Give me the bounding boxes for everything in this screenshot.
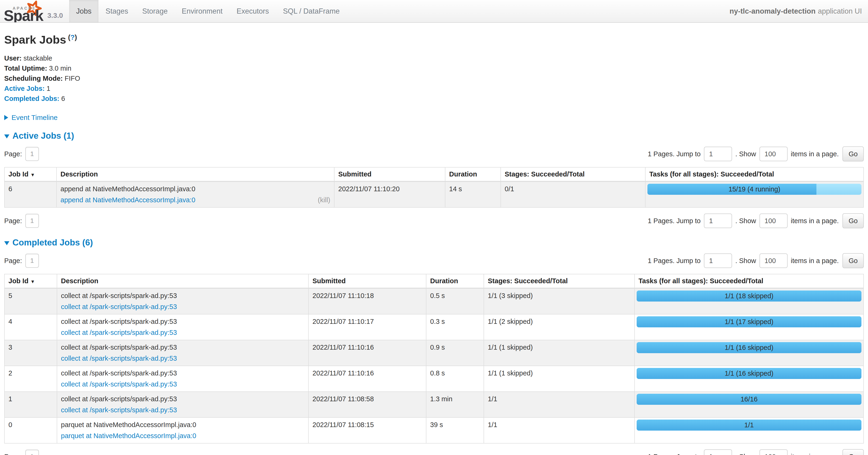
description-cell: parquet at NativeMethodAccessorImpl.java…: [57, 418, 308, 443]
description-link[interactable]: collect at /spark-scripts/spark-ad.py:53: [61, 354, 177, 362]
summary-active-jobs: Active Jobs: 1: [4, 84, 864, 94]
job-id-cell: 5: [4, 288, 57, 314]
submitted-cell: 2022/11/07 11:10:16: [308, 366, 426, 392]
show-text: . Show: [735, 453, 756, 455]
description-text: append at NativeMethodAccessorImpl.java:…: [60, 185, 330, 193]
submitted-cell: 2022/11/07 11:10:18: [308, 288, 426, 314]
pager-controls: 1 Pages. Jump to . Show items in a page.…: [648, 213, 864, 228]
active-jobs-section-header[interactable]: Active Jobs (1): [4, 131, 864, 141]
page-label: Page:: [4, 217, 22, 225]
description-cell: append at NativeMethodAccessorImpl.java:…: [57, 181, 334, 207]
event-timeline-toggle[interactable]: Event Timeline: [4, 114, 864, 121]
column-submitted[interactable]: Submitted: [308, 274, 426, 288]
kill-link[interactable]: (kill): [318, 196, 330, 204]
go-button[interactable]: Go: [842, 253, 864, 268]
stages-cell: 1/1 (1 skipped): [484, 366, 634, 392]
page-number-box[interactable]: 1: [25, 254, 39, 268]
summary-uptime-value: 3.0 min: [49, 64, 71, 72]
summary-scheduling-value: FIFO: [65, 75, 80, 82]
description-link[interactable]: collect at /spark-scripts/spark-ad.py:53: [61, 380, 177, 388]
description-cell: collect at /spark-scripts/spark-ad.py:53…: [57, 314, 308, 340]
jump-to-input[interactable]: [704, 214, 732, 228]
task-progress-bar: 1/1 (16 skipped): [637, 368, 862, 379]
column-description[interactable]: Description: [57, 274, 308, 288]
submitted-cell: 2022/11/07 11:08:58: [308, 392, 426, 418]
completed-jobs-header-row: Job Id▼ Description Submitted Duration S…: [4, 274, 864, 288]
page-size-input[interactable]: [760, 147, 787, 161]
spark-logo[interactable]: APACHE Spark 3.3.0: [0, 0, 63, 22]
page-control: Page: 1: [4, 450, 39, 455]
column-duration[interactable]: Duration: [426, 274, 484, 288]
column-stages[interactable]: Stages: Succeeded/Total: [501, 167, 645, 181]
tab-jobs[interactable]: Jobs: [69, 0, 98, 22]
task-progress-bar: 15/19 (4 running): [647, 184, 862, 195]
column-tasks[interactable]: Tasks (for all stages): Succeeded/Total: [645, 167, 864, 181]
tab-executors[interactable]: Executors: [229, 0, 276, 22]
go-button[interactable]: Go: [842, 146, 864, 162]
logo-spark-text: Spark: [4, 7, 43, 22]
task-progress-bar: 1/1 (17 skipped): [637, 316, 862, 328]
column-job-id[interactable]: Job Id▼: [4, 167, 57, 181]
column-description[interactable]: Description: [57, 167, 334, 181]
description-link[interactable]: collect at /spark-scripts/spark-ad.py:53: [61, 329, 177, 337]
collapse-arrow-icon: [4, 241, 9, 245]
tab-sql-dataframe[interactable]: SQL / DataFrame: [276, 0, 347, 22]
page-size-input[interactable]: [760, 253, 787, 268]
active-job-row: 6 append at NativeMethodAccessorImpl.jav…: [4, 181, 864, 207]
job-summary-list: User: stackable Total Uptime: 3.0 min Sc…: [4, 53, 864, 104]
items-text: items in a page.: [791, 257, 839, 265]
description-link[interactable]: append at NativeMethodAccessorImpl.java:…: [60, 196, 195, 204]
pages-text: 1 Pages. Jump to: [648, 453, 701, 455]
tab-environment[interactable]: Environment: [175, 0, 229, 22]
go-button[interactable]: Go: [842, 449, 864, 455]
page-size-input[interactable]: [760, 214, 787, 228]
active-jobs-link[interactable]: Active Jobs:: [4, 85, 44, 92]
stages-cell: 0/1: [501, 181, 645, 207]
jump-to-input[interactable]: [704, 449, 732, 455]
tab-stages[interactable]: Stages: [98, 0, 135, 22]
column-stages[interactable]: Stages: Succeeded/Total: [484, 274, 634, 288]
duration-cell: 1.3 min: [426, 392, 484, 418]
pager-controls: 1 Pages. Jump to . Show items in a page.…: [648, 146, 864, 162]
progress-label: 15/19 (4 running): [647, 184, 862, 195]
description-link[interactable]: collect at /spark-scripts/spark-ad.py:53: [61, 303, 177, 311]
job-id-cell: 2: [4, 366, 57, 392]
completed-jobs-link[interactable]: Completed Jobs:: [4, 95, 59, 102]
tasks-cell: 15/19 (4 running): [645, 181, 864, 207]
help-link[interactable]: (?): [68, 33, 77, 41]
stages-cell: 1/1 (3 skipped): [484, 288, 634, 314]
page-number-box[interactable]: 1: [25, 450, 39, 455]
column-job-id[interactable]: Job Id▼: [4, 274, 57, 288]
page-number-box[interactable]: 1: [25, 147, 39, 161]
tasks-cell: 1/1 (16 skipped): [634, 340, 864, 366]
pages-text: 1 Pages. Jump to: [648, 217, 701, 225]
description-link[interactable]: collect at /spark-scripts/spark-ad.py:53: [61, 406, 177, 414]
tab-storage[interactable]: Storage: [135, 0, 175, 22]
job-id-cell: 6: [4, 181, 57, 207]
duration-cell: 0.9 s: [426, 340, 484, 366]
application-name-suffix: application UI: [818, 7, 862, 16]
column-tasks[interactable]: Tasks (for all stages): Succeeded/Total: [634, 274, 864, 288]
completed-job-row: 3 collect at /spark-scripts/spark-ad.py:…: [4, 340, 864, 366]
page-title: Spark Jobs(?): [4, 33, 864, 46]
jump-to-input[interactable]: [704, 147, 732, 161]
submitted-cell: 2022/11/07 11:08:15: [308, 418, 426, 443]
completed-jobs-section-header[interactable]: Completed Jobs (6): [4, 238, 864, 248]
tasks-cell: 16/16: [634, 392, 864, 418]
progress-label: 1/1 (17 skipped): [637, 316, 862, 328]
application-name: ny-tlc-anomaly-detection application UI: [730, 0, 862, 22]
nav-tabs: Jobs Stages Storage Environment Executor…: [69, 0, 347, 22]
sort-desc-icon: ▼: [30, 172, 35, 177]
application-name-bold: ny-tlc-anomaly-detection: [730, 7, 815, 16]
description-link[interactable]: parquet at NativeMethodAccessorImpl.java…: [61, 432, 196, 440]
column-duration[interactable]: Duration: [445, 167, 501, 181]
page-control: Page: 1: [4, 254, 39, 268]
submitted-cell: 2022/11/07 11:10:17: [308, 314, 426, 340]
page-label: Page:: [4, 150, 22, 158]
column-submitted[interactable]: Submitted: [334, 167, 445, 181]
page-size-input[interactable]: [760, 449, 787, 455]
completed-jobs-pagination-bottom: Page: 1 1 Pages. Jump to . Show items in…: [4, 449, 864, 455]
jump-to-input[interactable]: [704, 253, 732, 268]
go-button[interactable]: Go: [842, 213, 864, 228]
page-number-box[interactable]: 1: [25, 214, 39, 228]
